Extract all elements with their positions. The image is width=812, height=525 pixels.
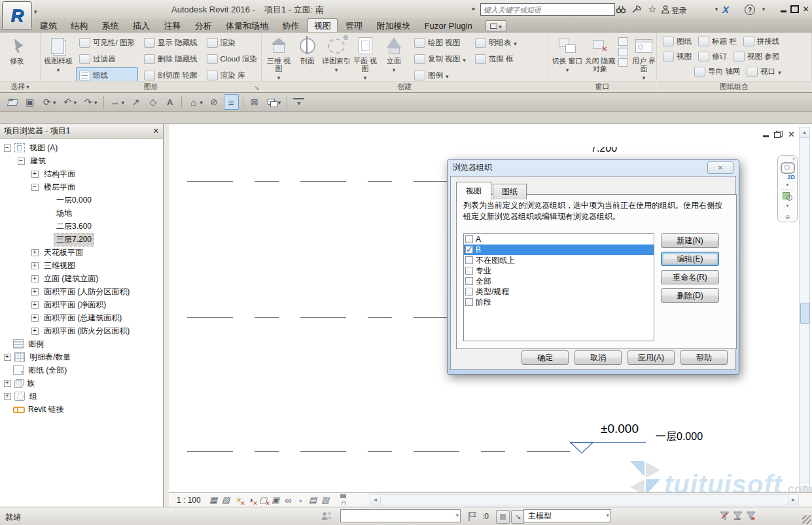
ribbon-small-button[interactable]: 明细表 [472, 35, 520, 51]
ribbon-tab[interactable]: 建筑 [34, 18, 63, 32]
dialog-tab[interactable]: 视图 [456, 182, 491, 200]
dialog-side-button[interactable]: 新建(N) [661, 233, 719, 248]
tree-item[interactable]: 组 [0, 390, 163, 403]
close-button[interactable] [801, 5, 811, 14]
worksets-icon[interactable] [321, 511, 333, 524]
ribbon-big-button[interactable]: 详图索引 [322, 35, 351, 82]
ribbon-small-button[interactable]: 显示 隐藏线 [141, 35, 201, 51]
select-links-icon[interactable] [720, 511, 730, 521]
qat-button[interactable] [207, 94, 222, 110]
checkbox[interactable] [465, 288, 473, 296]
organization-list-item[interactable]: 类型/规程 [464, 286, 654, 297]
scroll-left-icon[interactable] [370, 495, 381, 505]
search-input[interactable] [480, 3, 615, 16]
view-close-button[interactable] [788, 129, 795, 139]
active-option-only-button[interactable] [496, 510, 510, 524]
tree-item[interactable]: Revit 链接 [0, 403, 163, 416]
worksets-combo[interactable] [340, 509, 461, 522]
view-control-button[interactable] [220, 494, 232, 505]
expand-toggle-icon[interactable] [18, 158, 25, 165]
close-icon[interactable] [153, 127, 159, 135]
dialog-titlebar[interactable]: 浏览器组织 [450, 160, 736, 176]
ribbon-small-button[interactable]: 导向 轴网 [691, 63, 743, 80]
scroll-up-icon[interactable] [800, 127, 809, 138]
expand-toggle-icon[interactable] [31, 301, 39, 309]
expand-toggle-icon[interactable] [4, 354, 11, 361]
dialog-tab[interactable]: 图纸 [493, 184, 527, 199]
ribbon-small-button[interactable]: 视图 [660, 48, 695, 65]
ribbon-tab[interactable]: Fuzor Plugin [419, 18, 478, 32]
organization-list-item[interactable]: A [464, 234, 654, 245]
tree-item[interactable]: 面积平面 (人防分区面积) [0, 285, 163, 298]
ribbon-big-button[interactable]: 三维 视图 [264, 35, 293, 82]
checkbox[interactable] [465, 235, 473, 243]
select-underlay-icon[interactable] [733, 511, 743, 521]
application-menu-arrow-icon[interactable] [34, 7, 37, 16]
tree-item[interactable]: 面积平面 (防火分区面积) [0, 324, 163, 337]
view-control-button[interactable] [207, 494, 220, 505]
tree-item[interactable]: 楼层平面 [0, 180, 163, 194]
view-template-button[interactable]: 视图样板 [43, 35, 73, 74]
dialog-bottom-button[interactable]: 应用(A) [627, 350, 675, 365]
scrollbar-thumb[interactable] [800, 303, 810, 324]
qat-button[interactable] [5, 94, 20, 110]
scroll-right-icon[interactable] [788, 495, 798, 505]
steering-wheel-icon[interactable] [781, 162, 795, 174]
organization-list-item[interactable]: 不在图纸上 [464, 255, 654, 265]
tree-item[interactable]: 明细表/数量 [0, 350, 163, 364]
tree-item[interactable]: 面积平面 (总建筑面积) [0, 311, 163, 324]
panel-label-select[interactable]: 选择 [0, 81, 40, 92]
window-arrange-button[interactable] [618, 58, 628, 67]
organization-list-item[interactable]: 全部 [464, 276, 654, 286]
design-options-icon[interactable] [467, 511, 478, 524]
view-control-button[interactable] [332, 494, 344, 505]
navbar-collapse-icon[interactable] [785, 214, 790, 220]
ribbon-tab[interactable]: 管理 [340, 18, 368, 32]
ribbon-tab[interactable]: 分析 [189, 18, 218, 32]
tree-item[interactable]: 天花板平面 [0, 246, 163, 259]
modify-button[interactable]: 修改 [3, 35, 31, 65]
dialog-bottom-button[interactable]: 取消 [574, 350, 622, 365]
ribbon-big-button[interactable]: 立面 [380, 35, 408, 82]
ribbon-big-button[interactable]: 切换 窗口 [551, 35, 584, 74]
ribbon-small-button[interactable]: 复制 视图 [411, 51, 469, 67]
qat-button[interactable] [264, 94, 283, 110]
tree-item[interactable]: 三维视图 [0, 259, 163, 272]
tree-item[interactable]: 二层3.600 [0, 220, 163, 233]
exclude-options-button[interactable] [511, 510, 525, 524]
qat-button[interactable] [247, 94, 262, 110]
zoom-icon[interactable] [783, 192, 793, 201]
view-restore-button[interactable] [774, 131, 783, 138]
ribbon-small-button[interactable]: 视图 参照 [730, 48, 783, 65]
dialog-bottom-button[interactable]: 帮助 [680, 350, 728, 365]
checkbox[interactable] [465, 298, 473, 306]
search-icon[interactable] [615, 4, 627, 14]
expand-toggle-icon[interactable] [31, 171, 39, 178]
tree-item[interactable]: 一层0.000 [0, 194, 163, 207]
navbar-close-icon[interactable] [792, 156, 796, 161]
view-control-button[interactable] [270, 494, 282, 505]
qat-button[interactable] [224, 94, 239, 110]
qat-button[interactable] [162, 94, 177, 110]
minimize-button[interactable] [779, 5, 788, 14]
tree-item[interactable]: 三层7.200 [0, 233, 163, 246]
expand-toggle-icon[interactable] [31, 262, 39, 269]
qat-customize-button[interactable] [291, 94, 306, 110]
checkbox[interactable] [465, 277, 473, 285]
vertical-scrollbar[interactable] [799, 127, 810, 493]
design-options-combo[interactable]: 主模型 [523, 509, 611, 522]
view-minimize-button[interactable] [763, 131, 769, 137]
view-control-button[interactable] [232, 494, 245, 505]
tree-item[interactable]: 结构平面 [0, 167, 163, 180]
tree-item[interactable]: 图例 [0, 337, 163, 350]
expand-toggle-icon[interactable] [31, 328, 39, 335]
ribbon-small-button[interactable]: 过滤器 [76, 51, 138, 67]
checkbox[interactable] [465, 267, 473, 275]
level-line[interactable] [187, 451, 570, 452]
application-menu-button[interactable] [2, 1, 32, 30]
view-control-button[interactable] [282, 494, 294, 505]
dialog-bottom-button[interactable]: 确定 [521, 350, 569, 365]
ribbon-display-toggle-button[interactable] [485, 20, 506, 31]
search-expand-icon[interactable] [472, 5, 476, 12]
ribbon-small-button[interactable]: 可见性/ 图形 [76, 35, 138, 51]
